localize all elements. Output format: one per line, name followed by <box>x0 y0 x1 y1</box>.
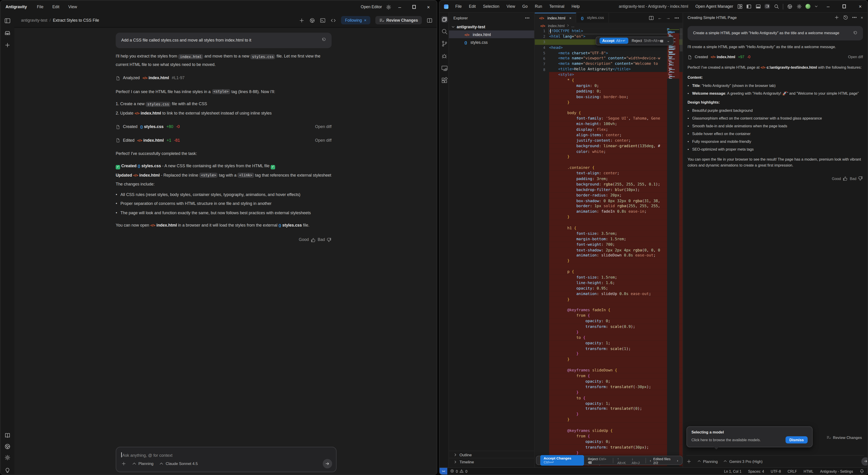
code-line[interactable]: margin-bottom: 1.5rem; <box>535 236 683 242</box>
file-item-styles.css[interactable]: {}styles.css <box>449 38 534 46</box>
maximize-button[interactable] <box>408 0 420 13</box>
code-line[interactable]: line-height: 1.6; <box>535 280 683 286</box>
code-line[interactable]: text-shadow: 2px 2px 4px rgba(0, 0, 0 <box>535 247 683 253</box>
code-line[interactable]: padding: 0; <box>535 89 683 94</box>
file-chip[interactable]: </>index.html <box>137 136 164 145</box>
inbox-icon[interactable] <box>4 30 10 36</box>
run-debug-icon[interactable] <box>441 53 447 59</box>
warnings-count[interactable]: 0 <box>465 469 467 473</box>
errors-count[interactable]: 0 <box>456 469 458 473</box>
code-line[interactable]: background: rgba(255, 255, 255, 0.1); <box>535 182 683 187</box>
accept-changes-button[interactable]: Accept Changes Ctrl+↵ <box>540 455 584 466</box>
navigate-forward-icon[interactable]: → <box>666 15 670 20</box>
menu-item-file[interactable]: File <box>452 4 465 9</box>
menu-item-view[interactable]: View <box>503 4 519 9</box>
file-chip[interactable]: </>index.html <box>150 223 177 228</box>
code-line[interactable]: border-radius: 20px; <box>535 193 683 198</box>
code-line[interactable] <box>535 160 683 165</box>
code-line[interactable]: transform: scale(1); <box>535 346 683 351</box>
search-icon[interactable] <box>774 4 779 9</box>
minimize-button[interactable]: – <box>822 0 834 13</box>
source-control-icon[interactable] <box>441 40 447 47</box>
status-item[interactable]: Ln 1, Col 1 <box>724 469 741 473</box>
remote-explorer-icon[interactable] <box>441 65 447 71</box>
send-button[interactable] <box>861 457 868 465</box>
reject-button[interactable]: RejectShift+Alt+ <box>632 39 663 43</box>
code-line[interactable]: border: 1px solid rgba(255, 255, 255, <box>535 203 683 209</box>
code-line[interactable]: font-weight: 700; <box>535 242 683 247</box>
good-feedback-button[interactable]: Good <box>299 236 315 244</box>
code-line[interactable]: background: linear-gradient(135deg, # <box>535 143 683 149</box>
revert-icon[interactable] <box>321 37 326 42</box>
toggle-panel-icon[interactable] <box>755 4 761 9</box>
code-line[interactable]: backdrop-filter: blur(10px); <box>535 187 683 193</box>
code-line[interactable]: opacity: 0; <box>535 379 683 384</box>
account-avatar[interactable] <box>806 4 810 9</box>
menu-item-file[interactable]: File <box>32 4 48 9</box>
collapse-icon[interactable]: ⌄ <box>667 38 670 43</box>
code-line[interactable]: } <box>535 215 683 220</box>
code-line[interactable]: color: white; <box>535 149 683 154</box>
code-line[interactable]: from { <box>535 373 683 379</box>
good-feedback-button[interactable]: Good <box>832 176 848 182</box>
code-line[interactable]: box-sizing: border-box; <box>535 94 683 99</box>
lightbulb-icon[interactable] <box>4 467 10 473</box>
close-panel-icon[interactable]: × <box>861 15 863 20</box>
status-item[interactable]: Spaces: 4 <box>748 469 764 473</box>
code-line[interactable]: h1 { <box>535 225 683 231</box>
open-agent-manager-button[interactable]: Open Agent Manager <box>695 4 733 9</box>
new-conversation-icon[interactable] <box>4 42 10 48</box>
code-line[interactable]: from { <box>535 313 683 318</box>
mode-selector[interactable]: Planning <box>697 459 718 463</box>
code-line[interactable]: opacity: 0; <box>535 318 683 324</box>
code-line[interactable]: } <box>535 390 683 395</box>
chevron-down-icon[interactable] <box>814 4 818 8</box>
toggle-secondary-sidebar-icon[interactable] <box>765 4 770 9</box>
code-line[interactable]: font-family: 'Segoe UI', Tahoma, Gene <box>535 116 683 121</box>
prev-file-button[interactable]: ‹ <box>650 458 651 462</box>
code-line[interactable] <box>535 105 683 110</box>
browser-icon[interactable] <box>787 4 793 9</box>
code-editor[interactable]: 1<!DOCTYPE html>2<html lang="en">34<head… <box>535 28 683 467</box>
open-editor-button[interactable]: Open Editor <box>361 4 382 9</box>
code-line[interactable]: min-height: 100vh; <box>535 121 683 127</box>
code-line[interactable]: } <box>535 351 683 357</box>
code-line[interactable]: to { <box>535 395 683 401</box>
code-line[interactable] <box>535 302 683 308</box>
code-line[interactable] <box>535 422 683 428</box>
remote-indicator[interactable]: >< <box>440 468 447 475</box>
code-line[interactable]: animation: slideUp 0.8s ease-out; <box>535 291 683 296</box>
user-message[interactable]: Add a CSS file called styles.css and mov… <box>116 33 332 49</box>
file-chip[interactable]: </>index.html <box>711 54 735 60</box>
timeline-section[interactable]: Timeline <box>449 458 534 465</box>
code-line[interactable]: } <box>535 296 683 302</box>
code-line[interactable]: 1<!DOCTYPE html> <box>535 28 683 34</box>
code-line[interactable] <box>535 220 683 225</box>
review-changes-button[interactable]: Review Changes <box>375 16 422 24</box>
reject-button[interactable]: Reject Ctrl+ <box>588 456 609 464</box>
code-line[interactable]: opacity: 0; <box>535 439 683 444</box>
code-line[interactable]: } <box>535 99 683 105</box>
extensions-icon[interactable] <box>441 77 447 84</box>
code-line[interactable]: * { <box>535 77 683 83</box>
file-item-index.html[interactable]: </>index.html <box>449 30 534 38</box>
code-line[interactable]: justify-content: center; <box>535 138 683 143</box>
code-line[interactable]: 7 <meta name="description" content="Welc… <box>535 61 683 67</box>
menu-item-view[interactable]: View <box>64 4 82 9</box>
mode-selector[interactable]: Planning <box>132 461 154 466</box>
navigate-back-icon[interactable]: ← <box>658 15 662 20</box>
customize-layout-icon[interactable] <box>737 4 742 9</box>
outline-section[interactable]: Outline <box>449 451 534 458</box>
attach-icon[interactable] <box>686 458 691 464</box>
menu-item-run[interactable]: Run <box>531 4 546 9</box>
new-tab-icon[interactable] <box>299 17 305 23</box>
code-line[interactable]: transform: translateY(30px); <box>535 444 683 450</box>
menu-item-edit[interactable]: Edit <box>48 4 64 9</box>
open-diff-button[interactable]: Open diff <box>315 136 332 145</box>
code-line[interactable]: <style> <box>535 72 683 77</box>
search-activity-icon[interactable] <box>441 28 447 35</box>
chat-input[interactable]: Ask anything, @ for context Planning Cla… <box>116 447 337 472</box>
code-line[interactable] <box>535 362 683 368</box>
following-toggle[interactable]: Following × <box>341 16 370 24</box>
close-button[interactable]: × <box>854 0 866 13</box>
